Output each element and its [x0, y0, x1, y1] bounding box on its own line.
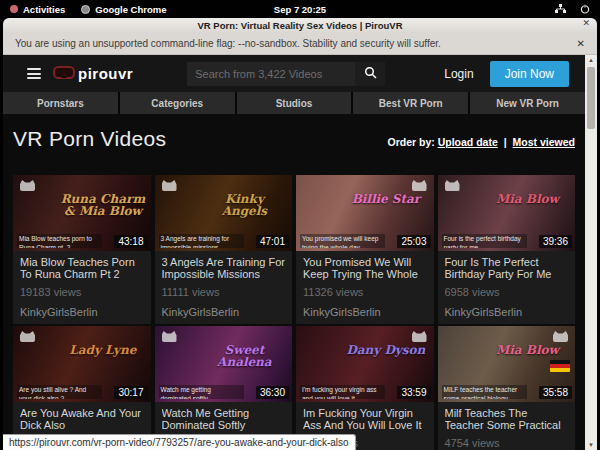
video-title[interactable]: Mia Blow Teaches Porn To Runa Charm Pt 2: [20, 256, 144, 280]
menu-icon[interactable]: [27, 68, 41, 79]
screen: Activities Google Chrome Sep 7 20:25 VR …: [0, 0, 600, 450]
video-card[interactable]: Mia Blow Four is the perfect birthday pa…: [438, 175, 576, 324]
video-card[interactable]: Billie Star You promised we will keep tr…: [296, 175, 434, 324]
video-thumbnail[interactable]: Kinky Angels 3 Angels are training for i…: [155, 175, 293, 251]
nav-item-categories[interactable]: Categories: [120, 92, 235, 114]
thumbnail-model-name: Runa Charm & Mia Blow: [60, 193, 145, 217]
cat-mask-icon: [162, 331, 177, 342]
scrollbar-thumb[interactable]: [587, 67, 595, 129]
site-logo[interactable]: pirouvr: [53, 65, 133, 83]
thumbnail-caption: Watch me getting dominated softly: [159, 385, 244, 399]
video-card[interactable]: Lady Lyne Are you still alive ? And your…: [13, 326, 151, 450]
german-flag-icon: [550, 360, 570, 372]
duration-badge: 43:18: [114, 235, 147, 248]
video-views: 11111 views: [162, 286, 286, 298]
video-studio[interactable]: KinkyGirlsBerlin: [162, 306, 286, 318]
video-thumbnail[interactable]: Runa Charm & Mia Blow Mia Blow teaches p…: [13, 175, 151, 251]
search-bar: [187, 62, 385, 86]
duration-badge: 47:01: [256, 235, 289, 248]
video-card-info: 3 Angels Are Training For Impossible Mis…: [155, 251, 293, 324]
cat-mask-icon: [20, 331, 35, 342]
video-views: 6958 views: [445, 286, 569, 298]
thumbnail-model-name: Mia Blow: [485, 193, 570, 205]
thumbnail-model-name: Dany Dyson: [343, 344, 428, 356]
network-icon[interactable]: [555, 4, 566, 14]
video-card-info: Milf Teaches The Teacher Some Practical …: [438, 402, 576, 450]
thumbnail-model-name: Mia Blow: [485, 344, 570, 356]
video-card-info: You Promised We Will Keep Trying The Who…: [296, 251, 434, 324]
duration-badge: 35:58: [539, 386, 572, 399]
thumbnail-caption: Mia Blow teaches porn to Runa Charm pt. …: [17, 234, 102, 248]
order-upload-date-link[interactable]: Upload date: [438, 136, 498, 148]
order-separator: |: [504, 136, 507, 148]
thumbnail-caption: Are you still alive ? And your dick also…: [17, 385, 102, 399]
site-logo-text: pirouvr: [78, 65, 133, 82]
video-card[interactable]: Runa Charm & Mia Blow Mia Blow teaches p…: [13, 175, 151, 324]
video-title[interactable]: You Promised We Will Keep Trying The Who…: [303, 256, 427, 280]
video-title[interactable]: Watch Me Getting Dominated Softly: [162, 407, 286, 431]
search-button[interactable]: [355, 62, 385, 86]
cat-mask-icon: [445, 180, 460, 191]
video-thumbnail[interactable]: Lady Lyne Are you still alive ? And your…: [13, 326, 151, 402]
video-title[interactable]: Im Fucking Your Virgin Ass And You Will …: [303, 407, 427, 431]
window-close-icon[interactable]: ✕: [582, 18, 590, 28]
unsupported-flag-warning-bar: You are using an unsupported command-lin…: [3, 32, 597, 55]
window-title-bar[interactable]: VR Porn: Virtual Reality Sex Videos | Pi…: [3, 18, 597, 32]
warning-close-icon[interactable]: ✕: [577, 38, 585, 49]
link-status-bar: https://pirouvr.com/vr-porn-video/779325…: [3, 434, 356, 450]
system-top-bar: Activities Google Chrome Sep 7 20:25: [0, 0, 600, 18]
video-title[interactable]: Milf Teaches The Teacher Some Practical …: [445, 407, 569, 431]
thumbnail-model-name: Lady Lyne: [60, 344, 145, 356]
video-studio[interactable]: KinkyGirlsBerlin: [20, 306, 144, 318]
chrome-app-menu[interactable]: Google Chrome: [81, 4, 166, 15]
video-views: 19183 views: [20, 286, 144, 298]
video-studio[interactable]: KinkyGirlsBerlin: [445, 306, 569, 318]
thumbnail-caption: I'm fucking your virgin ass and you will…: [300, 385, 385, 399]
page-scrollbar[interactable]: ▲ ▼: [585, 55, 597, 450]
video-title[interactable]: Four Is The Perfect Birthday Party For M…: [445, 256, 569, 280]
nav-item-pornstars[interactable]: Pornstars: [3, 92, 118, 114]
nav-item-best-vr-porn[interactable]: Best VR Porn: [353, 92, 468, 114]
warning-message: You are using an unsupported command-lin…: [15, 38, 441, 49]
search-icon: [364, 66, 377, 82]
order-by: Order by: Upload date | Most viewed: [387, 136, 575, 151]
video-card[interactable]: Kinky Angels 3 Angels are training for i…: [155, 175, 293, 324]
power-icon[interactable]: [580, 4, 590, 14]
video-views: 4754 views: [445, 437, 569, 449]
video-card[interactable]: Sweet Analena Watch me getting dominated…: [155, 326, 293, 450]
nav-item-new-vr-porn[interactable]: New VR Porn: [470, 92, 585, 114]
order-most-viewed-link[interactable]: Most viewed: [513, 136, 575, 148]
browser-window: VR Porn: Virtual Reality Sex Videos | Pi…: [3, 18, 597, 450]
cat-mask-icon: [20, 180, 35, 191]
video-card[interactable]: Dany Dyson I'm fucking your virgin ass a…: [296, 326, 434, 450]
scroll-down-icon[interactable]: ▼: [588, 441, 594, 449]
duration-badge: 39:36: [539, 235, 572, 248]
video-thumbnail[interactable]: Billie Star You promised we will keep tr…: [296, 175, 434, 251]
chrome-icon: [81, 5, 90, 14]
join-now-button[interactable]: Join Now: [490, 61, 569, 87]
video-views: 11326 views: [303, 286, 427, 298]
video-title[interactable]: 3 Angels Are Training For Impossible Mis…: [162, 256, 286, 280]
activities-label: Activities: [23, 4, 65, 15]
login-link[interactable]: Login: [444, 67, 473, 81]
status-url: https://pirouvr.com/vr-porn-video/779325…: [9, 437, 349, 448]
activities-button[interactable]: Activities: [10, 4, 65, 15]
duration-badge: 25:03: [397, 235, 430, 248]
video-studio[interactable]: KinkyGirlsBerlin: [303, 306, 427, 318]
video-thumbnail[interactable]: Mia Blow MILF teaches the teacher some p…: [438, 326, 576, 402]
scroll-up-icon[interactable]: ▲: [588, 56, 594, 64]
browser-viewport: pirouvr Login Join Now PornstarsCategori…: [3, 55, 597, 450]
thumbnail-caption: Four is the perfect birthday party for m…: [442, 234, 527, 248]
window-title: VR Porn: Virtual Reality Sex Videos | Pi…: [197, 20, 402, 31]
duration-badge: 36:30: [256, 386, 289, 399]
video-thumbnail[interactable]: Dany Dyson I'm fucking your virgin ass a…: [296, 326, 434, 402]
video-thumbnail[interactable]: Mia Blow Four is the perfect birthday pa…: [438, 175, 576, 251]
video-thumbnail[interactable]: Sweet Analena Watch me getting dominated…: [155, 326, 293, 402]
site-header: pirouvr Login Join Now: [3, 55, 585, 92]
page-title: VR Porn Videos: [13, 127, 166, 151]
video-title[interactable]: Are You Awake And Your Dick Also: [20, 407, 144, 431]
video-card[interactable]: Mia Blow MILF teaches the teacher some p…: [438, 326, 576, 450]
nav-item-studios[interactable]: Studios: [237, 92, 352, 114]
search-input[interactable]: [187, 62, 355, 86]
duration-badge: 33:59: [397, 386, 430, 399]
